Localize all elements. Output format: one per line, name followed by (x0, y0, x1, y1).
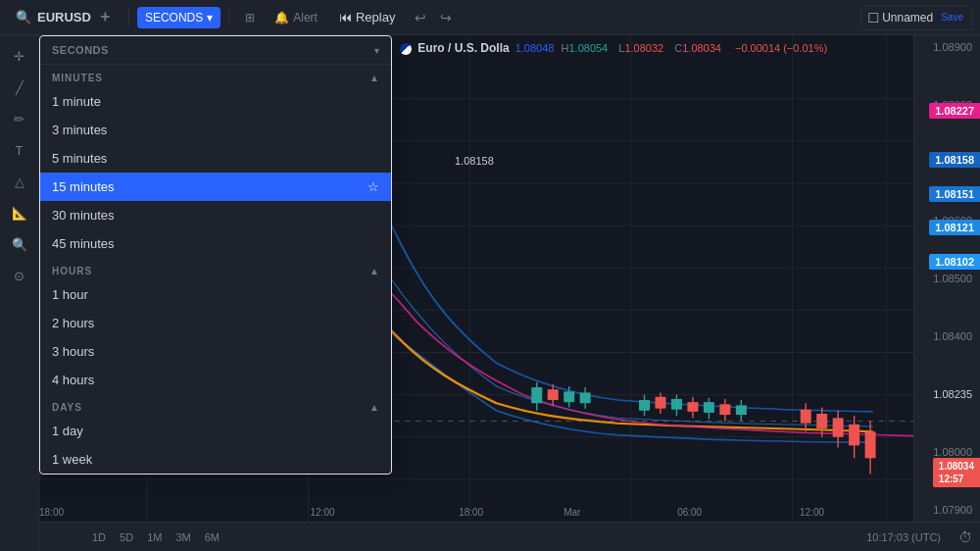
alert-label: Alert (293, 11, 318, 25)
price-1082: 1.08235 (918, 388, 976, 400)
crosshair-tool[interactable]: ✛ (5, 41, 34, 71)
time-label-1200-2: 12:00 (800, 507, 824, 518)
timeframe-1min[interactable]: 1 minute (40, 87, 391, 116)
time-label-0600: 06:00 (677, 507, 702, 518)
timeframe-45min[interactable]: 45 minutes (40, 229, 391, 258)
timeframe-1h-label: 1 hour (52, 287, 88, 302)
magnet-tool[interactable]: ⊙ (5, 261, 34, 290)
star-icon: ☆ (368, 179, 379, 194)
svg-rect-44 (548, 389, 559, 400)
shape-tool[interactable]: △ (5, 167, 34, 196)
tf-6m[interactable]: 6M (199, 528, 225, 546)
dropdown-header-label: SECONDS (52, 44, 109, 56)
chevron-down-icon: ▾ (207, 11, 213, 25)
days-collapse-icon: ▲ (369, 402, 379, 413)
svg-rect-52 (656, 397, 666, 409)
zoom-tool[interactable]: 🔍 (5, 229, 34, 259)
separator-2 (228, 8, 229, 27)
left-toolbar: ✛ ╱ ✏ T △ 📐 🔍 ⊙ (0, 35, 39, 551)
timeframe-4h[interactable]: 4 hours (40, 366, 391, 394)
timeframe-3h[interactable]: 3 hours (40, 337, 391, 366)
clock-display: 10:17:03 (UTC) (866, 531, 941, 543)
timezone-button[interactable]: ⏱ (958, 529, 972, 545)
replay-button[interactable]: ⏮ Replay (329, 6, 405, 28)
layout-icon: ⊞ (245, 11, 255, 25)
undo-button[interactable]: ↩ (409, 6, 432, 29)
tf-3m[interactable]: 3M (170, 528, 196, 546)
tf-1d[interactable]: 1D (86, 528, 112, 546)
timeframe-label: SECONDS (145, 11, 203, 25)
svg-rect-58 (704, 402, 714, 413)
price-1084: 1.08400 (918, 330, 976, 342)
svg-rect-62 (736, 405, 747, 415)
svg-rect-46 (564, 391, 574, 402)
redo-button[interactable]: ↪ (434, 6, 458, 29)
svg-rect-70 (849, 425, 859, 446)
timeframe-1d[interactable]: 1 day (40, 417, 391, 445)
hours-section-header: HOURS ▲ (40, 258, 391, 280)
alert-icon: 🔔 (274, 11, 289, 25)
svg-rect-42 (531, 387, 542, 403)
pen-tool[interactable]: ✏ (5, 104, 34, 133)
price-1080: 1.08000 (918, 446, 976, 458)
dropdown-header[interactable]: SECONDS ▾ (40, 36, 391, 65)
tf-5d[interactable]: 5D (114, 528, 139, 546)
timeframe-3h-label: 3 hours (52, 344, 94, 359)
svg-rect-48 (580, 392, 591, 403)
undo-redo-group: ↩ ↪ (409, 6, 458, 29)
symbol-display[interactable]: 🔍 EURUSD ＋ (8, 7, 121, 27)
timeframe-dropdown: SECONDS ▾ MINUTES ▲ 1 minute 3 minutes 5… (39, 35, 392, 475)
add-icon: ＋ (97, 7, 113, 27)
timeframe-1d-label: 1 day (52, 424, 83, 438)
chart-name-box[interactable]: □ Unnamed Save (860, 5, 973, 30)
tf-1m[interactable]: 1M (141, 528, 168, 546)
clock-time: 10:17:03 (UTC) (866, 531, 941, 543)
layout-button[interactable]: ⊞ (237, 7, 263, 28)
timeframe-selector[interactable]: SECONDS ▾ (137, 7, 220, 28)
line-tool[interactable]: ╱ (5, 73, 34, 102)
timeframe-15min[interactable]: 15 minutes ☆ (40, 173, 391, 201)
timeframe-15min-label: 15 minutes (52, 179, 115, 194)
minutes-collapse-icon: ▲ (369, 73, 379, 83)
timeframe-30min-label: 30 minutes (52, 208, 115, 223)
low-label: L1.08032 (618, 42, 667, 54)
timeframe-1min-label: 1 minute (52, 94, 101, 109)
time-label-1800-1: 18:00 (39, 507, 64, 518)
svg-rect-50 (639, 400, 650, 411)
svg-rect-56 (687, 402, 698, 412)
hours-collapse-icon: ▲ (369, 266, 379, 276)
separator-1 (128, 8, 129, 27)
svg-rect-54 (671, 399, 682, 410)
svg-rect-60 (719, 404, 730, 415)
timeframe-45min-label: 45 minutes (52, 236, 115, 251)
days-section-label: DAYS (52, 402, 82, 413)
alert-button[interactable]: 🔔 Alert (267, 7, 325, 28)
text-tool[interactable]: T (5, 135, 34, 165)
open-label: 1.08048 (515, 42, 555, 54)
timeframe-1w[interactable]: 1 week (40, 445, 391, 474)
hours-section-label: HOURS (52, 266, 92, 276)
timeframe-2h[interactable]: 2 hours (40, 309, 391, 337)
price-1085: 1.08500 (918, 273, 976, 284)
badge-08034: 1.0803412:57 (933, 458, 980, 487)
minutes-section-label: MINUTES (52, 73, 103, 83)
time-label-mar: Mar (564, 507, 580, 518)
timeframe-2h-label: 2 hours (52, 316, 94, 330)
chart-title: Unnamed (882, 11, 933, 25)
price-1089: 1.08900 (918, 41, 976, 53)
timeframe-5min[interactable]: 5 minutes (40, 144, 391, 173)
timeframe-3min[interactable]: 3 minutes (40, 116, 391, 144)
replay-label: Replay (356, 10, 395, 25)
measure-tool[interactable]: 📐 (5, 198, 34, 227)
close-label: C1.08034 (674, 42, 725, 54)
time-label-1200-1: 12:00 (311, 507, 335, 518)
timeframe-30min[interactable]: 30 minutes (40, 201, 391, 229)
badge-08158: 1.08158 (929, 152, 980, 168)
days-section-header: DAYS ▲ (40, 394, 391, 417)
symbol-label: EURUSD (37, 10, 91, 25)
timeframe-1h[interactable]: 1 hour (40, 280, 391, 309)
svg-rect-68 (833, 418, 844, 436)
price-axis: 1.08900 1.08800 1.08700 1.08600 1.08500 … (913, 35, 980, 522)
save-label: Save (941, 12, 963, 23)
replay-icon: ⏮ (339, 10, 352, 25)
